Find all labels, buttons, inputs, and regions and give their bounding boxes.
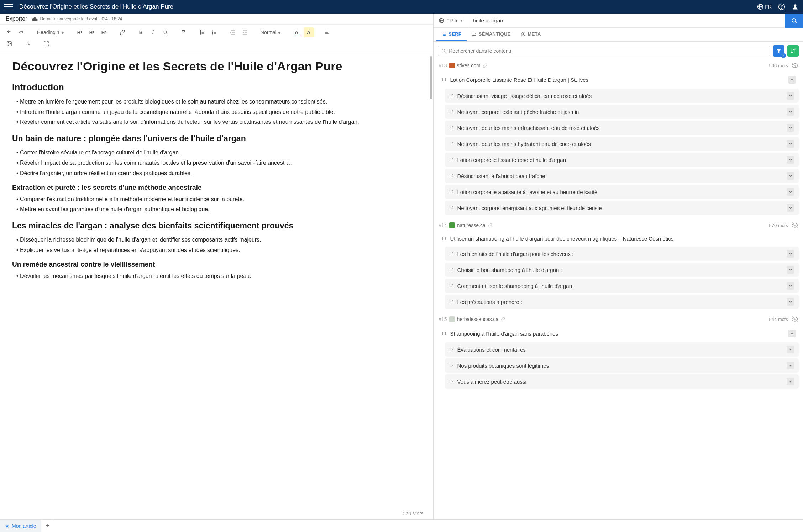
language-switch[interactable]: FR [757,4,772,10]
visibility-toggle[interactable] [792,316,798,322]
locale-select[interactable]: FR fr ▼ [434,14,468,27]
heading-row[interactable]: h2Comment utiliser le shampooing à l'hui… [445,279,799,293]
chevron-down-icon[interactable] [787,266,794,274]
chevron-down-icon[interactable] [787,108,794,116]
tab-serp[interactable]: SERP [436,28,467,41]
link-button[interactable] [117,27,127,37]
ordered-list-button[interactable]: 123 [197,27,207,37]
chevron-down-icon[interactable] [787,378,794,385]
serp-results: #13 stives.com 506 mots h1Lotion Corpore… [434,60,803,519]
svg-point-14 [212,32,212,33]
chevron-down-icon[interactable] [787,250,794,258]
heading-text: Désincrustant visage lissage délicat eau… [457,93,787,99]
h3-button[interactable]: H3 [99,27,109,37]
heading-row[interactable]: h2Désincrustant visage lissage délicat e… [445,89,799,103]
highlight-button[interactable]: A [304,27,314,37]
heading-select[interactable]: Heading 1◆ [35,29,66,36]
redo-button[interactable] [16,27,26,37]
heading-row[interactable]: h1Utiliser un shampooing à l'huile d'arg… [439,232,799,245]
result-rank: #15 [439,316,447,322]
fullscreen-button[interactable] [41,39,51,49]
article-bullet: Conter l'histoire séculaire et l'ancrage… [20,148,421,157]
search-button[interactable] [785,14,803,28]
heading-row[interactable]: h2Nos produits botaniques sont légitimes [445,358,799,373]
filter-button[interactable]: 2 [773,45,784,57]
tab-semantique[interactable]: SÉMANTIQUE [467,28,516,41]
align-button[interactable] [322,27,332,37]
chevron-down-icon[interactable] [787,346,794,353]
link-icon[interactable] [500,317,505,322]
heading-row[interactable]: h2Vous aimerez peut-être aussi [445,374,799,389]
result-wordcount: 506 mots [769,63,788,68]
chevron-down-icon[interactable] [787,140,794,148]
indent-button[interactable] [240,27,250,37]
h1-button[interactable]: H1 [75,27,85,37]
heading-row[interactable]: h2Nettoyant corporel énergisant aux agru… [445,201,799,215]
unordered-list-button[interactable] [209,27,219,37]
globe-icon [757,4,763,10]
heading-text: Désincrustant à l'abricot peau fraîche [457,173,787,179]
article-h3: Un remède ancestral contre le vieillisse… [12,260,421,268]
heading-row[interactable]: h2Désincrustant à l'abricot peau fraîche [445,169,799,183]
result-domain[interactable]: stives.com [457,63,481,68]
result-domain[interactable]: herbalessences.ca [457,316,499,322]
image-button[interactable] [4,39,14,49]
chevron-down-icon[interactable] [787,204,794,212]
heading-row[interactable]: h2Lotion corporelle apaisante à l'avoine… [445,185,799,199]
heading-text: Nettoyant corporel énergisant aux agrume… [457,205,787,211]
editor-toolbar: Heading 1◆ H1 H2 H3 B I U ❞ 123 [0,25,433,52]
user-icon[interactable] [792,3,799,10]
cloud-icon [32,17,38,21]
heading-row[interactable]: h2Lotion corporelle lissante rose et hui… [445,153,799,167]
link-icon[interactable] [483,63,487,68]
sort-button[interactable] [787,45,799,57]
heading-row[interactable]: h2Choisir le bon shampooing à l'huile d'… [445,263,799,277]
heading-row[interactable]: h2Nettoyant pour les mains hydratant eau… [445,137,799,151]
text-color-button[interactable]: A [292,27,301,37]
tab-meta[interactable]: META [516,28,546,41]
visibility-toggle[interactable] [792,222,798,228]
heading-row[interactable]: h2Nettoyant corporel exfoliant pêche fra… [445,105,799,119]
underline-button[interactable]: U [160,27,170,37]
svg-point-39 [523,33,524,35]
editor-content[interactable]: Découvrez l'Origine et les Secrets de l'… [0,52,433,519]
article-h1: Découvrez l'Origine et les Secrets de l'… [12,59,421,74]
heading-row[interactable]: h2Les bienfaits de l'huile d'argan pour … [445,247,799,261]
heading-row[interactable]: h1Lotion Corporelle Lissante Rose Et Hui… [439,73,799,87]
size-select[interactable]: Normal◆ [258,29,283,36]
outdent-button[interactable] [228,27,238,37]
quote-button[interactable]: ❞ [179,27,189,37]
editor-scrollbar[interactable] [430,56,432,501]
chevron-down-icon[interactable] [787,92,794,100]
h2-button[interactable]: H2 [87,27,97,37]
heading-tag: h2 [449,379,453,384]
help-icon[interactable] [778,3,785,10]
heading-row[interactable]: h2Nettoyant pour les mains rafraîchissan… [445,121,799,135]
chevron-down-icon[interactable] [787,172,794,180]
chevron-down-icon[interactable] [787,282,794,290]
chevron-down-icon[interactable] [787,188,794,196]
chevron-down-icon[interactable] [788,76,796,84]
chevron-down-icon[interactable] [788,330,796,337]
chevron-down-icon[interactable] [787,156,794,164]
heading-row[interactable]: h2Les précautions à prendre : [445,295,799,309]
svg-point-15 [212,33,212,34]
heading-row[interactable]: h2Évaluations et commentaires [445,342,799,357]
chevron-down-icon[interactable] [787,298,794,306]
undo-button[interactable] [4,27,14,37]
menu-hamburger[interactable] [4,3,13,11]
link-icon[interactable] [488,223,492,228]
clear-format-button[interactable]: Tx [23,39,33,49]
result-domain[interactable]: naturesse.ca [457,222,486,228]
keyword-input[interactable] [468,14,785,27]
chevron-down-icon[interactable] [787,362,794,369]
italic-button[interactable]: I [148,27,158,37]
export-button[interactable]: Exporter [6,16,27,22]
content-filter-input[interactable] [438,46,770,56]
article-bullet: Expliquer les vertus anti-âge et réparat… [20,246,421,255]
chevron-down-icon[interactable] [787,124,794,132]
bold-button[interactable]: B [136,27,146,37]
visibility-toggle[interactable] [792,62,798,69]
heading-row[interactable]: h1Shampooing à l'huile d'argan sans para… [439,326,799,341]
article-h2: Un bain de nature : plongée dans l'unive… [12,134,421,143]
